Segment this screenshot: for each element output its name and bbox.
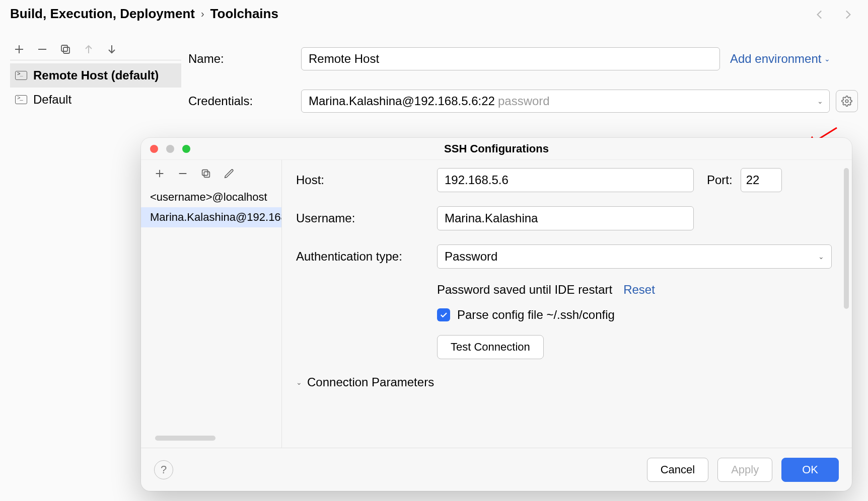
- config-list: <username>@localhost Marina.Kalashina@19…: [141, 187, 281, 227]
- password-saved-hint: Password saved until IDE restart: [437, 283, 612, 297]
- svg-point-2: [845, 100, 848, 103]
- dialog-titlebar: SSH Configurations: [141, 138, 852, 160]
- username-label: Username:: [296, 211, 437, 225]
- edit-icon[interactable]: [224, 168, 235, 179]
- add-icon[interactable]: [154, 168, 165, 179]
- credentials-hint: password: [498, 94, 550, 108]
- vertical-scrollbar[interactable]: [844, 168, 849, 309]
- add-icon[interactable]: [13, 43, 25, 55]
- terminal-icon: [15, 71, 27, 80]
- svg-rect-1: [61, 45, 67, 51]
- toolchain-toolbar: [10, 38, 181, 60]
- toolchain-item-default[interactable]: Default: [10, 88, 181, 112]
- auth-type-select[interactable]: Password ⌄: [437, 244, 832, 269]
- toolchain-item-label: Remote Host (default): [33, 68, 159, 82]
- credentials-select[interactable]: Marina.Kalashina@192.168.5.6:22 password…: [301, 90, 830, 113]
- close-window-icon[interactable]: [150, 145, 158, 153]
- credentials-settings-button[interactable]: [836, 90, 858, 112]
- name-input[interactable]: [301, 47, 720, 70]
- dialog-footer: ? Cancel Apply OK: [141, 448, 852, 491]
- chevron-down-icon: ⌄: [824, 55, 830, 63]
- toolchain-item-label: Default: [33, 93, 71, 107]
- remove-icon[interactable]: [177, 168, 188, 179]
- svg-rect-0: [63, 47, 69, 53]
- dialog-title: SSH Configurations: [444, 142, 549, 155]
- add-environment-label: Add environment: [730, 52, 821, 66]
- connection-parameters-section[interactable]: ⌄ Connection Parameters: [296, 375, 832, 389]
- toolchain-item-remote-host[interactable]: Remote Host (default): [10, 63, 181, 88]
- svg-rect-5: [202, 170, 208, 176]
- copy-icon[interactable]: [59, 43, 71, 55]
- port-label: Port:: [707, 173, 733, 187]
- copy-icon[interactable]: [200, 168, 211, 179]
- forward-icon[interactable]: [841, 8, 854, 21]
- auth-type-value: Password: [445, 249, 497, 264]
- breadcrumb-current: Toolchains: [210, 6, 278, 22]
- config-item-marina[interactable]: Marina.Kalashina@192.168.5.6:22: [141, 207, 281, 227]
- parse-config-label: Parse config file ~/.ssh/config: [457, 308, 615, 322]
- config-toolbar: [141, 160, 281, 187]
- minimize-window-icon[interactable]: [166, 145, 174, 153]
- terminal-icon: [15, 95, 27, 104]
- name-label: Name:: [188, 52, 301, 66]
- back-icon[interactable]: [814, 8, 827, 21]
- host-label: Host:: [296, 173, 437, 187]
- remove-icon[interactable]: [36, 43, 48, 55]
- dialog-body: <username>@localhost Marina.Kalashina@19…: [141, 160, 852, 448]
- toolchain-list: Remote Host (default) Default: [10, 63, 181, 112]
- config-list-panel: <username>@localhost Marina.Kalashina@19…: [141, 160, 282, 448]
- chevron-down-icon: ⌄: [818, 253, 824, 261]
- host-input[interactable]: [437, 168, 694, 192]
- nav-arrows: [814, 8, 854, 21]
- config-item-localhost[interactable]: <username>@localhost: [141, 187, 281, 207]
- parse-config-checkbox[interactable]: [437, 308, 450, 321]
- horizontal-scrollbar[interactable]: [155, 436, 215, 441]
- credentials-label: Credentials:: [188, 94, 301, 108]
- ssh-configurations-dialog: SSH Configurations <usernam: [141, 138, 852, 491]
- config-item-label: <username>@localhost: [150, 191, 267, 204]
- ok-button[interactable]: OK: [781, 458, 839, 482]
- chevron-down-icon: ⌄: [817, 97, 823, 105]
- credentials-value: Marina.Kalashina@192.168.5.6:22: [309, 94, 495, 108]
- cancel-button[interactable]: Cancel: [647, 458, 708, 482]
- auth-type-label: Authentication type:: [296, 249, 437, 264]
- config-form: Host: Port: Username: Authentication typ…: [282, 160, 852, 448]
- chevron-down-icon: ⌄: [296, 378, 302, 386]
- username-input[interactable]: [437, 206, 694, 230]
- move-up-icon[interactable]: [83, 43, 95, 55]
- chevron-right-icon: ›: [201, 8, 204, 20]
- port-input[interactable]: [741, 168, 782, 192]
- config-item-label: Marina.Kalashina@192.168.5.6:22: [150, 211, 281, 224]
- test-connection-button[interactable]: Test Connection: [437, 335, 544, 359]
- window-controls: [150, 145, 190, 153]
- svg-rect-4: [204, 172, 209, 177]
- connection-parameters-label: Connection Parameters: [307, 375, 434, 389]
- zoom-window-icon[interactable]: [182, 145, 190, 153]
- reset-link[interactable]: Reset: [623, 283, 655, 297]
- apply-button[interactable]: Apply: [717, 458, 772, 482]
- add-environment-link[interactable]: Add environment ⌄: [730, 52, 830, 66]
- breadcrumb: Build, Execution, Deployment › Toolchain…: [10, 6, 278, 22]
- help-button[interactable]: ?: [154, 460, 173, 479]
- breadcrumb-parent[interactable]: Build, Execution, Deployment: [10, 6, 195, 22]
- move-down-icon[interactable]: [106, 43, 118, 55]
